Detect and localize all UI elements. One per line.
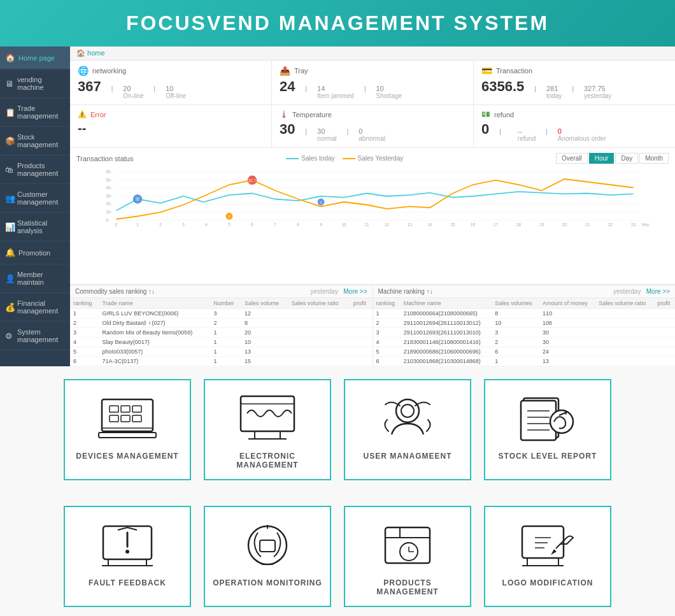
home-icon: 🏠	[5, 53, 15, 62]
col-sales-vol: Sales volume	[241, 298, 288, 309]
stat-refund-main: 0	[481, 121, 489, 138]
svg-text:13: 13	[408, 222, 413, 227]
stat-transaction-sub2: 327.75	[584, 85, 611, 92]
sidebar-label-financial: Financial management	[17, 299, 65, 315]
stat-error-header: ⚠️ Error	[78, 110, 264, 118]
cards-row-1: DEVICES MANAGEMENT ELECTRONIC MANAGEMENT	[0, 366, 675, 493]
sidebar-item-customer[interactable]: 👥 Customer management	[0, 184, 70, 213]
svg-rect-48	[99, 433, 156, 438]
svg-text:20-: 20-	[106, 201, 112, 206]
statistical-icon: 📊	[5, 222, 14, 232]
sidebar-label-customer: Customer management	[17, 190, 65, 206]
table-row: 329110012693(261110013010)330	[373, 328, 676, 338]
logo-modification-icon	[516, 520, 579, 571]
legend-dot-today	[286, 158, 299, 159]
stat-error-val: --	[78, 121, 264, 136]
sidebar-item-member[interactable]: 👤 Member maintain	[0, 264, 70, 293]
sidebar-item-system[interactable]: ⚙ System management	[0, 322, 70, 350]
stat-networking: 🌐 networking 367 | 20 On-line | 10 O	[70, 61, 272, 104]
svg-text:30-: 30-	[106, 194, 112, 198]
card-operation[interactable]: OPERATION MONITORING	[204, 506, 331, 607]
svg-text:0-: 0-	[106, 218, 110, 222]
stat-tray-sub1: 14	[317, 85, 354, 92]
stat-refund-sub2: 0	[558, 127, 606, 135]
sidebar-item-home[interactable]: 🏠 Home page	[0, 47, 70, 69]
devices-management-icon	[96, 393, 159, 444]
stats-row-1: 🌐 networking 367 | 20 On-line | 10 O	[70, 61, 675, 105]
table-row: 421830001146(210800001416)230	[373, 338, 676, 347]
machine-ranking-meta: yesterday More >>	[613, 288, 670, 295]
sidebar-item-financial[interactable]: 💰 Financial management	[0, 293, 70, 322]
stat-refund-sub1: --	[518, 127, 536, 135]
sidebar-label-system: System management	[17, 328, 65, 343]
svg-text:22: 22	[608, 222, 613, 227]
svg-text:0: 0	[320, 201, 322, 204]
svg-text:2: 2	[159, 222, 162, 227]
sidebar-item-vending[interactable]: 🖥 vending machine	[0, 69, 70, 98]
sidebar-label-products: Products management	[17, 162, 65, 177]
col-m-ratio: Sales volume ratio	[595, 298, 654, 309]
sidebar-item-trade[interactable]: 📋 Trade management	[0, 98, 70, 127]
svg-point-75	[125, 550, 129, 554]
chart-buttons: Overall Hour Day Month	[556, 153, 669, 164]
card-stock[interactable]: STOCK LEVEL REPORT	[484, 379, 611, 480]
chart-btn-month[interactable]: Month	[639, 153, 669, 164]
svg-text:23: 23	[631, 222, 636, 227]
chart-btn-hour[interactable]: Hour	[589, 153, 615, 164]
card-user[interactable]: USER MANAGMEENT	[344, 379, 471, 480]
svg-rect-77	[260, 540, 275, 552]
stat-transaction: 💳 Transaction 6356.5 | 281 today | 327.7…	[474, 61, 675, 104]
transaction-chart: 60- 50- 40- 30- 20- 10- 0-	[76, 168, 669, 225]
svg-text:30.7: 30.7	[248, 178, 257, 183]
card-devices[interactable]: DEVICES MANAGEMENT	[64, 379, 191, 480]
chart-title: Transaction status	[76, 155, 133, 162]
stat-tray-main: 24	[280, 78, 295, 95]
refund-icon: 💵	[481, 110, 490, 118]
sidebar-item-stock[interactable]: 📦 Stock management	[0, 127, 70, 155]
sidebar-item-products[interactable]: 🛍 Products management	[0, 155, 70, 184]
svg-text:0: 0	[229, 215, 231, 218]
stat-tray-sub2-label: Shortage	[376, 92, 402, 99]
card-electronic[interactable]: ELECTRONIC MANAGEMENT	[204, 379, 331, 480]
svg-text:40-: 40-	[106, 185, 112, 190]
products-management-icon	[376, 520, 439, 571]
temp-icon: 🌡️	[280, 110, 288, 118]
card-products[interactable]: PRODUCTS MANAGEMENT	[344, 506, 471, 607]
stat-transaction-main: 6356.5	[481, 78, 524, 95]
stat-temp-normal-label: normal	[317, 135, 337, 142]
stat-temp-numbers: 30 | 30 normal | 0 abnormal	[280, 121, 465, 142]
breadcrumb-home: home	[87, 49, 105, 57]
col-trade-name: Trade name	[99, 298, 211, 309]
chart-btn-day[interactable]: Day	[615, 153, 638, 164]
chart-header: Transaction status Sales today Sales Yes…	[76, 153, 669, 164]
col-sales-ratio: Sales volume ratio	[288, 298, 350, 309]
chart-btn-overall[interactable]: Overall	[556, 153, 588, 164]
sidebar-item-promotion[interactable]: 🔔 Promotion	[0, 241, 70, 264]
svg-rect-53	[110, 415, 118, 422]
electronic-management-icon	[236, 393, 299, 444]
main-layout: 🏠 Home page 🖥 vending machine 📋 Trade ma…	[0, 47, 675, 366]
legend-dot-yesterday	[343, 158, 355, 159]
stat-temp-abnormal: 0	[359, 127, 385, 135]
products-icon: 🛍	[5, 165, 14, 175]
stat-transaction-numbers: 6356.5 | 281 today | 327.75 yesterday	[481, 78, 667, 99]
stock-level-report-icon	[516, 393, 579, 444]
sidebar-label-stock: Stock management	[17, 133, 65, 148]
machine-ranking-table: ranking Machine name Sales volumes Amoun…	[373, 298, 676, 366]
transaction-icon: 💳	[481, 66, 492, 76]
col-amount: Amount of money	[539, 298, 595, 309]
commodity-ranking-table: ranking Trade name Number Sales volume S…	[70, 298, 373, 366]
legend-yesterday: Sales Yesterday	[343, 155, 404, 162]
card-fault[interactable]: FAULT FEEDBACK	[64, 506, 191, 607]
stat-tray-numbers: 24 | 14 Item jammed | 10 Shortage	[280, 78, 465, 99]
card-logo[interactable]: LOGO MODIFICATION	[484, 506, 611, 607]
sidebar-item-statistical[interactable]: 📊 Statistical analysis	[0, 213, 70, 241]
svg-line-91	[556, 544, 560, 548]
error-row: ⚠️ Error -- 🌡️ Temperature 30 | 30	[70, 105, 675, 148]
system-icon: ⚙	[5, 331, 14, 341]
col-sales-volumes: Sales volumes	[492, 298, 539, 309]
stat-tray: 📤 Tray 24 | 14 Item jammed | 10 Shor	[272, 61, 474, 104]
stat-temp-header: 🌡️ Temperature	[280, 110, 465, 118]
stat-transaction-sub1: 281	[546, 85, 562, 92]
sidebar-label-trade: Trade management	[17, 104, 65, 120]
